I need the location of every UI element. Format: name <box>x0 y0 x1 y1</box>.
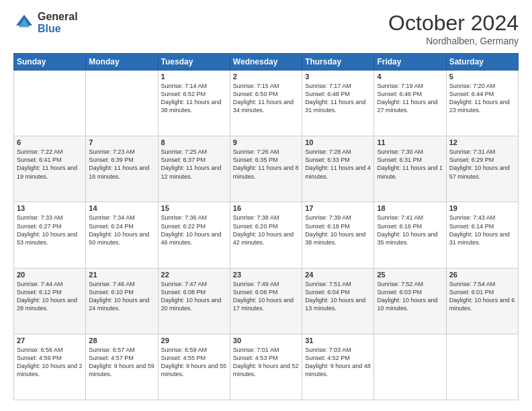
day-number: 28 <box>89 336 154 345</box>
logo: General Blue <box>13 11 78 34</box>
calendar-cell: 4Sunrise: 7:19 AM Sunset: 6:46 PM Daylig… <box>374 71 446 136</box>
day-number: 22 <box>161 271 227 279</box>
day-number: 18 <box>377 204 443 212</box>
calendar-cell: 13Sunrise: 7:33 AM Sunset: 6:27 PM Dayli… <box>14 202 86 268</box>
day-info: Sunrise: 7:43 AM Sunset: 6:14 PM Dayligh… <box>449 214 515 246</box>
month-title: October 2024 <box>388 11 519 36</box>
week-row-3: 13Sunrise: 7:33 AM Sunset: 6:27 PM Dayli… <box>14 202 519 268</box>
calendar-cell: 12Sunrise: 7:31 AM Sunset: 6:29 PM Dayli… <box>446 136 518 202</box>
location: Nordhalben, Germany <box>388 36 519 46</box>
calendar-cell: 26Sunrise: 7:54 AM Sunset: 6:01 PM Dayli… <box>446 268 518 334</box>
day-number: 5 <box>449 73 515 81</box>
day-number: 27 <box>17 336 83 345</box>
day-number: 15 <box>161 204 227 212</box>
day-number: 17 <box>305 204 371 212</box>
day-info: Sunrise: 7:26 AM Sunset: 6:35 PM Dayligh… <box>233 148 299 181</box>
day-number: 23 <box>233 271 299 279</box>
title-block: October 2024 Nordhalben, Germany <box>388 11 519 46</box>
day-info: Sunrise: 7:54 AM Sunset: 6:01 PM Dayligh… <box>449 280 515 313</box>
day-number: 6 <box>17 138 83 146</box>
day-info: Sunrise: 7:25 AM Sunset: 6:37 PM Dayligh… <box>161 148 227 181</box>
week-row-2: 6Sunrise: 7:22 AM Sunset: 6:41 PM Daylig… <box>14 136 519 202</box>
weekday-header-row: SundayMondayTuesdayWednesdayThursdayFrid… <box>14 54 519 71</box>
calendar-cell <box>374 334 446 400</box>
weekday-header-monday: Monday <box>86 54 158 71</box>
calendar-cell: 23Sunrise: 7:49 AM Sunset: 6:06 PM Dayli… <box>230 268 302 334</box>
calendar-cell: 14Sunrise: 7:34 AM Sunset: 6:24 PM Dayli… <box>86 202 158 268</box>
day-info: Sunrise: 7:03 AM Sunset: 4:52 PM Dayligh… <box>305 346 371 379</box>
day-info: Sunrise: 7:38 AM Sunset: 6:20 PM Dayligh… <box>233 214 299 246</box>
logo-icon <box>13 12 35 34</box>
day-info: Sunrise: 7:34 AM Sunset: 6:24 PM Dayligh… <box>89 214 154 246</box>
day-info: Sunrise: 7:39 AM Sunset: 6:18 PM Dayligh… <box>305 214 371 246</box>
calendar-cell: 25Sunrise: 7:52 AM Sunset: 6:03 PM Dayli… <box>374 268 446 334</box>
day-info: Sunrise: 6:57 AM Sunset: 4:57 PM Dayligh… <box>89 346 154 379</box>
weekday-header-thursday: Thursday <box>302 54 374 71</box>
calendar-cell: 21Sunrise: 7:46 AM Sunset: 6:10 PM Dayli… <box>86 268 158 334</box>
calendar-cell <box>86 71 158 136</box>
day-number: 8 <box>161 138 227 146</box>
day-number: 3 <box>305 73 371 81</box>
day-info: Sunrise: 7:47 AM Sunset: 6:08 PM Dayligh… <box>161 280 227 313</box>
calendar-cell: 10Sunrise: 7:28 AM Sunset: 6:33 PM Dayli… <box>302 136 374 202</box>
day-info: Sunrise: 7:49 AM Sunset: 6:06 PM Dayligh… <box>233 280 299 313</box>
day-info: Sunrise: 7:30 AM Sunset: 6:31 PM Dayligh… <box>377 148 443 181</box>
calendar-cell: 19Sunrise: 7:43 AM Sunset: 6:14 PM Dayli… <box>446 202 518 268</box>
calendar-table: SundayMondayTuesdayWednesdayThursdayFrid… <box>13 53 519 400</box>
day-number: 30 <box>233 336 299 345</box>
day-info: Sunrise: 7:23 AM Sunset: 6:39 PM Dayligh… <box>89 148 154 181</box>
day-info: Sunrise: 6:56 AM Sunset: 4:59 PM Dayligh… <box>17 346 83 379</box>
day-info: Sunrise: 7:44 AM Sunset: 6:12 PM Dayligh… <box>17 280 83 313</box>
day-number: 12 <box>449 138 515 146</box>
day-info: Sunrise: 7:14 AM Sunset: 6:52 PM Dayligh… <box>161 82 227 115</box>
calendar-cell: 30Sunrise: 7:01 AM Sunset: 4:53 PM Dayli… <box>230 334 302 400</box>
day-info: Sunrise: 6:59 AM Sunset: 4:55 PM Dayligh… <box>161 346 227 379</box>
calendar-cell: 15Sunrise: 7:36 AM Sunset: 6:22 PM Dayli… <box>158 202 230 268</box>
day-info: Sunrise: 7:22 AM Sunset: 6:41 PM Dayligh… <box>17 148 83 181</box>
calendar-cell: 1Sunrise: 7:14 AM Sunset: 6:52 PM Daylig… <box>158 71 230 136</box>
calendar-cell: 17Sunrise: 7:39 AM Sunset: 6:18 PM Dayli… <box>302 202 374 268</box>
day-info: Sunrise: 7:15 AM Sunset: 6:50 PM Dayligh… <box>233 82 299 115</box>
weekday-header-tuesday: Tuesday <box>158 54 230 71</box>
calendar-cell: 24Sunrise: 7:51 AM Sunset: 6:04 PM Dayli… <box>302 268 374 334</box>
day-number: 20 <box>17 271 83 279</box>
day-number: 26 <box>449 271 515 279</box>
calendar-cell: 3Sunrise: 7:17 AM Sunset: 6:48 PM Daylig… <box>302 71 374 136</box>
week-row-5: 27Sunrise: 6:56 AM Sunset: 4:59 PM Dayli… <box>14 334 519 400</box>
day-number: 25 <box>377 271 443 279</box>
calendar-cell: 6Sunrise: 7:22 AM Sunset: 6:41 PM Daylig… <box>14 136 86 202</box>
calendar-cell: 2Sunrise: 7:15 AM Sunset: 6:50 PM Daylig… <box>230 71 302 136</box>
day-number: 29 <box>161 336 227 345</box>
day-info: Sunrise: 7:51 AM Sunset: 6:04 PM Dayligh… <box>305 280 371 313</box>
calendar-cell: 18Sunrise: 7:41 AM Sunset: 6:16 PM Dayli… <box>374 202 446 268</box>
logo-general-text: General <box>38 11 78 23</box>
day-info: Sunrise: 7:46 AM Sunset: 6:10 PM Dayligh… <box>89 280 154 313</box>
day-info: Sunrise: 7:01 AM Sunset: 4:53 PM Dayligh… <box>233 346 299 379</box>
calendar-cell: 8Sunrise: 7:25 AM Sunset: 6:37 PM Daylig… <box>158 136 230 202</box>
day-number: 4 <box>377 73 443 81</box>
day-number: 19 <box>449 204 515 212</box>
day-number: 24 <box>305 271 371 279</box>
day-number: 11 <box>377 138 443 146</box>
day-number: 2 <box>233 73 299 81</box>
logo-blue-text: Blue <box>38 23 78 35</box>
day-info: Sunrise: 7:20 AM Sunset: 6:44 PM Dayligh… <box>449 82 515 115</box>
day-info: Sunrise: 7:52 AM Sunset: 6:03 PM Dayligh… <box>377 280 443 313</box>
day-number: 21 <box>89 271 154 279</box>
weekday-header-sunday: Sunday <box>14 54 86 71</box>
calendar-cell: 5Sunrise: 7:20 AM Sunset: 6:44 PM Daylig… <box>446 71 518 136</box>
calendar-cell <box>14 71 86 136</box>
day-info: Sunrise: 7:19 AM Sunset: 6:46 PM Dayligh… <box>377 82 443 115</box>
week-row-4: 20Sunrise: 7:44 AM Sunset: 6:12 PM Dayli… <box>14 268 519 334</box>
calendar-cell: 27Sunrise: 6:56 AM Sunset: 4:59 PM Dayli… <box>14 334 86 400</box>
calendar-cell: 9Sunrise: 7:26 AM Sunset: 6:35 PM Daylig… <box>230 136 302 202</box>
calendar-cell: 7Sunrise: 7:23 AM Sunset: 6:39 PM Daylig… <box>86 136 158 202</box>
weekday-header-saturday: Saturday <box>446 54 518 71</box>
calendar-cell: 31Sunrise: 7:03 AM Sunset: 4:52 PM Dayli… <box>302 334 374 400</box>
day-info: Sunrise: 7:33 AM Sunset: 6:27 PM Dayligh… <box>17 214 83 246</box>
day-number: 16 <box>233 204 299 212</box>
day-info: Sunrise: 7:41 AM Sunset: 6:16 PM Dayligh… <box>377 214 443 246</box>
day-number: 13 <box>17 204 83 212</box>
header: General Blue October 2024 Nordhalben, Ge… <box>13 11 519 46</box>
calendar-cell: 22Sunrise: 7:47 AM Sunset: 6:08 PM Dayli… <box>158 268 230 334</box>
